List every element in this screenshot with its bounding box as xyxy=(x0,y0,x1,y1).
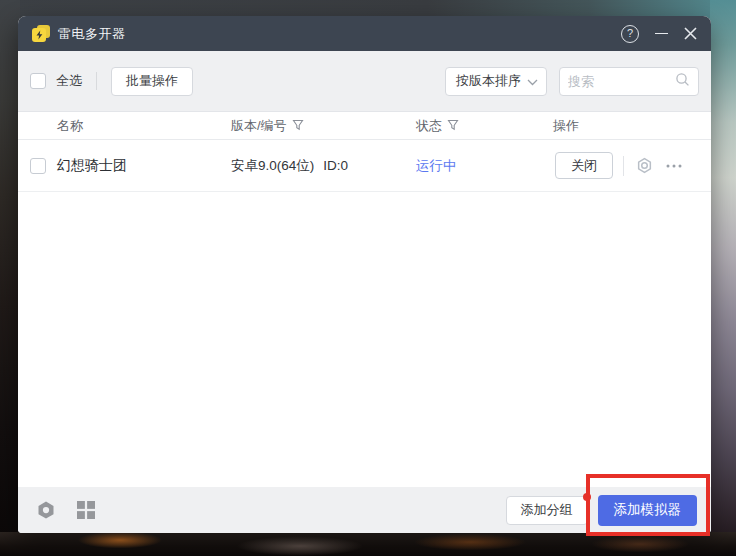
search-icon xyxy=(675,72,690,91)
sort-dropdown-value: 按版本排序 xyxy=(456,72,527,90)
select-all-checkbox[interactable] xyxy=(30,73,46,89)
row-checkbox[interactable] xyxy=(30,158,46,174)
batch-operation-button[interactable]: 批量操作 xyxy=(111,67,193,96)
help-icon[interactable]: ? xyxy=(621,25,639,43)
grid-view-icon[interactable] xyxy=(76,500,96,520)
titlebar: 雷电多开器 ? xyxy=(18,16,711,51)
column-header-version: 版本/编号 xyxy=(231,112,304,140)
filter-funnel-icon[interactable] xyxy=(292,119,304,134)
column-header-operation: 操作 xyxy=(553,112,579,140)
instance-list-empty-area xyxy=(18,192,711,487)
close-icon[interactable] xyxy=(684,27,697,40)
column-header-status: 状态 xyxy=(416,112,459,140)
ldplayer-multi-instance-window: 雷电多开器 ? 全选 批量操作 按版本排序 xyxy=(18,16,711,533)
table-row: 幻想骑士团 安卓9.0(64位) ID:0 运行中 关闭 xyxy=(18,140,711,192)
more-options-ellipsis-icon[interactable] xyxy=(664,156,684,176)
add-emulator-button[interactable]: 添加模拟器 xyxy=(598,495,698,526)
search-input[interactable] xyxy=(568,74,675,89)
notification-dot xyxy=(583,493,591,501)
desktop-wallpaper-bottom xyxy=(0,532,736,556)
instance-version: 安卓9.0(64位) ID:0 xyxy=(231,140,348,191)
table-header: 名称 版本/编号 状态 操作 xyxy=(18,111,711,140)
footer-bar: 添加分组 添加模拟器 xyxy=(18,487,711,533)
settings-gear-icon[interactable] xyxy=(36,500,56,520)
window-title: 雷电多开器 xyxy=(58,25,126,43)
chevron-down-icon xyxy=(527,72,538,90)
instance-id: ID:0 xyxy=(323,158,348,173)
instance-name: 幻想骑士团 xyxy=(57,140,127,191)
search-box xyxy=(559,67,699,96)
status-badge: 运行中 xyxy=(416,140,457,191)
desktop-wallpaper-left xyxy=(0,0,20,556)
close-instance-button[interactable]: 关闭 xyxy=(555,152,613,179)
add-group-button[interactable]: 添加分组 xyxy=(506,496,588,525)
app-logo-icon xyxy=(32,25,50,42)
select-all-label: 全选 xyxy=(56,72,82,90)
desktop-wallpaper-right xyxy=(710,0,736,556)
toolbar-divider xyxy=(96,72,97,90)
filter-funnel-icon[interactable] xyxy=(447,119,459,134)
row-actions-divider xyxy=(623,156,624,176)
column-header-name: 名称 xyxy=(57,112,83,140)
minimize-icon[interactable] xyxy=(655,26,668,41)
sort-dropdown[interactable]: 按版本排序 xyxy=(445,67,547,96)
toolbar: 全选 批量操作 按版本排序 xyxy=(18,51,711,111)
instance-settings-gear-icon[interactable] xyxy=(634,156,654,176)
